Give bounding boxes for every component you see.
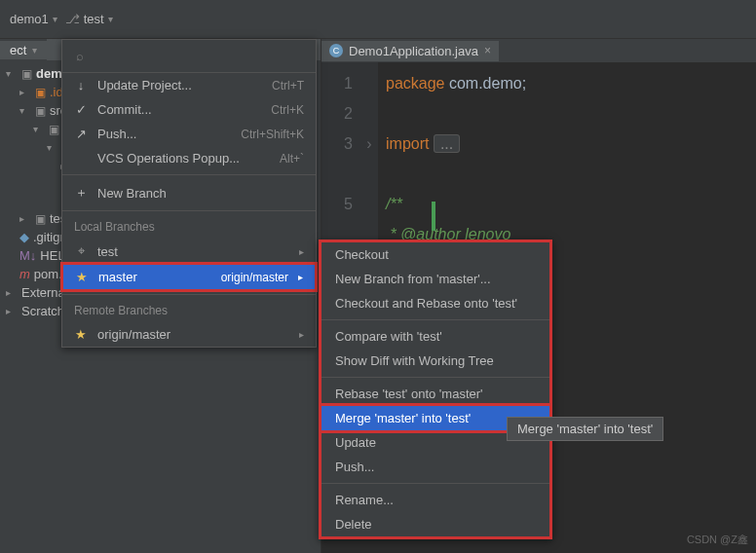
commit-icon: ✓ — [74, 102, 88, 117]
branch-icon: ⎇ — [65, 12, 80, 26]
menu-update-project[interactable]: ↓ Update Project... Ctrl+T — [62, 73, 316, 97]
star-icon: ★ — [74, 327, 88, 342]
menu-commit[interactable]: ✓ Commit... Ctrl+K — [62, 97, 316, 122]
menu-new-branch[interactable]: ＋ New Branch — [62, 179, 316, 206]
project-dropdown[interactable]: demo1 ▾ — [10, 12, 57, 26]
chevron-down-icon: ▾ — [32, 45, 37, 55]
star-icon: ★ — [75, 270, 89, 284]
file-icon: ◆ — [19, 230, 29, 244]
submenu-compare[interactable]: Compare with 'test' — [321, 324, 549, 349]
submenu-checkout-rebase[interactable]: Checkout and Rebase onto 'test' — [321, 291, 549, 315]
remote-branches-header: Remote Branches — [62, 299, 316, 322]
folder-icon: ▣ — [49, 123, 59, 136]
submenu-delete[interactable]: Delete — [321, 512, 549, 536]
menu-push[interactable]: ↗ Push... Ctrl+Shift+K — [62, 122, 316, 146]
update-icon: ↓ — [74, 78, 88, 92]
folder-icon: ▣ — [21, 67, 32, 81]
project-tab[interactable]: ect ▾ — [0, 41, 47, 59]
submenu-show-diff[interactable]: Show Diff with Working Tree — [321, 349, 549, 373]
chevron-right-icon: ▸ — [298, 272, 303, 282]
local-branches-header: Local Branches — [62, 215, 316, 239]
chevron-down-icon: ▾ — [53, 14, 57, 24]
file-icon: m — [19, 267, 30, 281]
folder-icon: ▣ — [35, 86, 46, 99]
menu-vcs-ops[interactable]: VCS Operations Popup... Alt+` — [62, 146, 316, 170]
tooltip: Merge 'master' into 'test' — [507, 417, 663, 441]
branch-origin-master[interactable]: ★ origin/master ▸ — [62, 322, 316, 347]
branch-submenu: Checkout New Branch from 'master'... Che… — [319, 240, 552, 539]
plus-icon: ＋ — [74, 184, 88, 202]
branch-master[interactable]: ★ master origin/master ▸ — [60, 262, 318, 292]
branch-dropdown[interactable]: ⎇ test ▾ — [65, 12, 113, 26]
submenu-push[interactable]: Push... — [321, 455, 549, 479]
file-icon: M↓ — [19, 248, 36, 263]
search-input[interactable]: ⌕ — [62, 40, 316, 73]
chevron-right-icon: ▸ — [299, 246, 304, 257]
tag-icon: ⌖ — [74, 243, 88, 259]
submenu-rename[interactable]: Rename... — [321, 488, 549, 512]
folder-icon: ▣ — [35, 104, 46, 118]
search-icon: ⌕ — [76, 49, 84, 63]
watermark: CSDN @Z鑫 — [687, 533, 748, 547]
editor-tab[interactable]: C Demo1Application.java × — [321, 41, 499, 61]
push-icon: ↗ — [74, 127, 88, 141]
submenu-new-branch[interactable]: New Branch from 'master'... — [321, 267, 549, 291]
branch-test[interactable]: ⌖ test ▸ — [62, 239, 316, 264]
vcs-popup: ⌕ ↓ Update Project... Ctrl+T ✓ Commit...… — [61, 39, 317, 348]
java-class-icon: C — [329, 44, 343, 57]
close-icon[interactable]: × — [484, 44, 491, 57]
project-name: demo1 — [10, 12, 49, 26]
chevron-right-icon: ▸ — [299, 329, 304, 340]
chevron-down-icon: ▾ — [108, 14, 113, 24]
vcs-change-marker — [432, 202, 435, 231]
folder-icon: ▣ — [35, 212, 46, 226]
submenu-checkout[interactable]: Checkout — [321, 242, 549, 267]
branch-name: test — [84, 12, 104, 26]
